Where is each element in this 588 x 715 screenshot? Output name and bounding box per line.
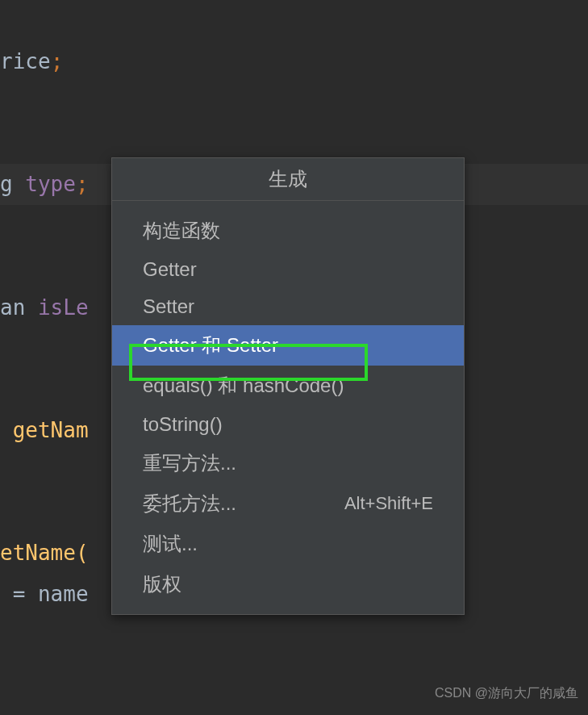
popup-item-test[interactable]: 测试... (112, 524, 464, 564)
code-line (0, 0, 588, 41)
code-line (0, 82, 588, 123)
popup-item-label: Getter 和 Setter (143, 332, 278, 358)
popup-item-label: 委托方法... (143, 491, 236, 516)
popup-item-label: Getter (143, 258, 197, 281)
code-line: rice; (0, 41, 588, 82)
popup-item-tostring[interactable]: toString() (112, 406, 464, 443)
popup-item-label: toString() (143, 413, 223, 436)
popup-item-label: 重写方法... (143, 450, 236, 476)
popup-item-constructor[interactable]: 构造函数 (112, 211, 464, 251)
popup-items-list: 构造函数 Getter Setter Getter 和 Setter equal… (112, 201, 464, 614)
popup-item-label: 版权 (143, 571, 181, 597)
popup-title: 生成 (112, 158, 464, 201)
popup-item-getter-setter[interactable]: Getter 和 Setter (112, 325, 464, 366)
popup-item-label: equals() 和 hashCode() (143, 373, 344, 399)
popup-item-label: 构造函数 (143, 218, 220, 244)
popup-item-getter[interactable]: Getter (112, 251, 464, 288)
popup-item-setter[interactable]: Setter (112, 288, 464, 325)
popup-item-copyright[interactable]: 版权 (112, 564, 464, 604)
popup-item-override[interactable]: 重写方法... (112, 443, 464, 483)
popup-item-label: 测试... (143, 531, 198, 557)
watermark-text: CSDN @游向大厂的咸鱼 (435, 685, 578, 702)
generate-popup: 生成 构造函数 Getter Setter Getter 和 Setter eq… (111, 157, 465, 615)
popup-item-shortcut: Alt+Shift+E (344, 493, 433, 514)
code-line (0, 615, 588, 656)
popup-item-label: Setter (143, 295, 194, 318)
popup-item-equals-hashcode[interactable]: equals() 和 hashCode() (112, 366, 464, 406)
popup-item-delegate[interactable]: 委托方法... Alt+Shift+E (112, 483, 464, 524)
